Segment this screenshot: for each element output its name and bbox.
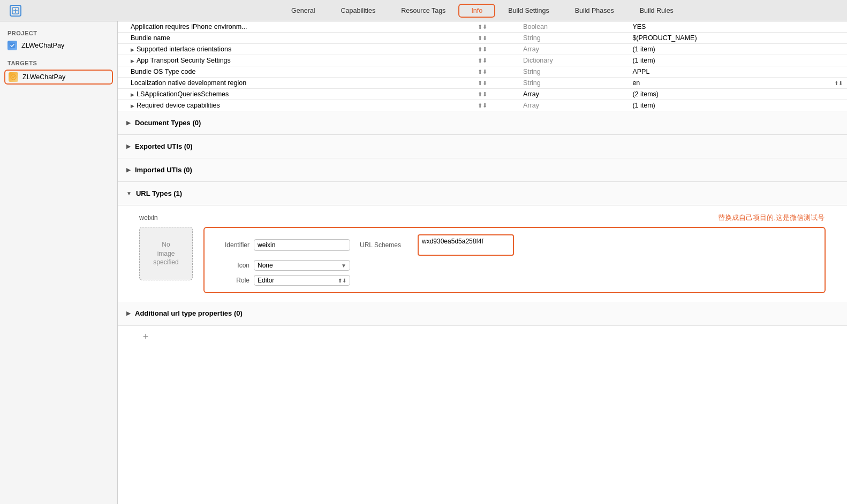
- target-icon: [9, 72, 18, 82]
- sidebar: PROJECT ZLWeChatPay TARGETS: [0, 21, 118, 504]
- tab-build-rules[interactable]: Build Rules: [627, 4, 686, 18]
- sort-control[interactable]: ⬆⬇: [446, 78, 519, 89]
- sidebar-target-label: ZLWeChatPay: [22, 73, 65, 81]
- type-cell: Array: [519, 44, 628, 55]
- sort-control[interactable]: ⬆⬇: [446, 33, 519, 44]
- disclosure-arrow[interactable]: ▶: [131, 92, 134, 97]
- table-row[interactable]: Application requires iPhone environm...⬆…: [118, 21, 847, 33]
- sort-control[interactable]: ⬆⬇: [446, 89, 519, 100]
- tab-info[interactable]: Info: [458, 4, 495, 18]
- document-types-label: Document Types (0): [135, 119, 201, 127]
- annotation-text: 替换成自己项目的,这是微信测试号: [718, 213, 825, 223]
- url-type-content: Noimagespecified 替换成自己项目的,这是微信测试号 Identi…: [139, 227, 826, 293]
- url-schemes-value[interactable]: wxd930ea5d5a258f4f: [418, 234, 514, 256]
- role-select-text: Editor: [258, 277, 338, 284]
- disclosure-arrow[interactable]: ▶: [131, 58, 134, 64]
- icon-label: Icon: [212, 262, 249, 269]
- table-row[interactable]: ▶ Required device capabilities⬆⬇Array(1 …: [118, 100, 847, 111]
- section-additional-url[interactable]: ▶ Additional url type properties (0): [118, 302, 847, 325]
- key-label: Application requires iPhone environm...: [131, 23, 247, 30]
- identifier-input[interactable]: [254, 239, 350, 251]
- add-btn-row: +: [118, 325, 847, 347]
- role-select[interactable]: Editor ⬆⬇: [254, 275, 350, 286]
- url-schemes-label: URL Schemes: [360, 241, 413, 249]
- exported-utis-label: Exported UTIs (0): [135, 142, 193, 150]
- no-image-text: Noimagespecified: [153, 240, 178, 267]
- type-cell: Dictionary: [519, 55, 628, 66]
- sidebar-item-project[interactable]: ZLWeChatPay: [0, 39, 117, 52]
- url-types-label: URL Types (1): [136, 189, 182, 197]
- project-icon: [7, 41, 17, 50]
- sort-control[interactable]: ⬆⬇: [446, 55, 519, 66]
- key-label: Bundle OS Type code: [131, 68, 195, 75]
- sort-control[interactable]: ⬆⬇: [446, 21, 519, 33]
- document-types-arrow: ▶: [126, 120, 131, 126]
- sort-control[interactable]: ⬆⬇: [446, 66, 519, 78]
- add-url-type-button[interactable]: +: [139, 330, 152, 343]
- type-cell: String: [519, 78, 628, 89]
- tab-build-phases[interactable]: Build Phases: [562, 4, 627, 18]
- main-layout: PROJECT ZLWeChatPay TARGETS: [0, 21, 847, 504]
- disclosure-arrow[interactable]: ▶: [131, 47, 134, 52]
- key-label: Bundle name: [131, 34, 170, 42]
- tab-build-settings[interactable]: Build Settings: [495, 4, 562, 18]
- value-cell: APPL: [628, 66, 847, 78]
- additional-url-arrow: ▶: [126, 310, 131, 316]
- table-row[interactable]: ▶ Supported interface orientations⬆⬇Arra…: [118, 44, 847, 55]
- tab-resource-tags[interactable]: Resource Tags: [388, 4, 458, 18]
- imported-utis-label: Imported UTIs (0): [135, 166, 192, 174]
- sidebar-project-header: PROJECT: [0, 28, 117, 39]
- tab-general[interactable]: General: [278, 4, 328, 18]
- type-cell: String: [519, 66, 628, 78]
- table-row[interactable]: ▶ LSApplicationQueriesSchemes⬆⬇Array(2 i…: [118, 89, 847, 100]
- url-type-form: 替换成自己项目的,这是微信测试号 Identifier URL Schemes …: [203, 227, 826, 293]
- key-label: App Transport Security Settings: [137, 57, 231, 64]
- key-label: Required device capabilities: [137, 102, 220, 109]
- additional-url-label: Additional url type properties (0): [135, 309, 243, 317]
- table-row[interactable]: Bundle name⬆⬇String$(PRODUCT_NAME): [118, 33, 847, 44]
- sidebar-targets-header: TARGETS: [0, 58, 117, 68]
- icon-select[interactable]: None ▼: [254, 260, 350, 271]
- identifier-row: Identifier URL Schemes wxd930ea5d5a258f4…: [212, 234, 817, 256]
- identifier-label: Identifier: [212, 241, 249, 249]
- tab-bar-left: [5, 5, 123, 17]
- sort-control[interactable]: ⬆⬇: [446, 100, 519, 111]
- key-label: Supported interface orientations: [137, 45, 231, 53]
- key-label: Localization native development region: [131, 79, 246, 87]
- key-label: LSApplicationQueriesSchemes: [137, 90, 229, 98]
- value-cell: YES: [628, 21, 847, 33]
- section-document-types[interactable]: ▶ Document Types (0): [118, 111, 847, 135]
- sort-control[interactable]: ⬆⬇: [446, 44, 519, 55]
- table-row[interactable]: Bundle OS Type code⬆⬇StringAPPL: [118, 66, 847, 78]
- role-row: Role Editor ⬆⬇: [212, 275, 817, 286]
- section-exported-utis[interactable]: ▶ Exported UTIs (0): [118, 135, 847, 158]
- icon-select-text: None: [258, 262, 341, 269]
- sidebar-item-target[interactable]: ZLWeChatPay: [4, 70, 113, 85]
- value-cell: (1 item): [628, 100, 847, 111]
- content-area: Application requires iPhone environm...⬆…: [118, 21, 847, 504]
- no-image-box: Noimagespecified: [139, 227, 193, 280]
- section-imported-utis[interactable]: ▶ Imported UTIs (0): [118, 158, 847, 182]
- icon-select-arrow: ▼: [341, 263, 346, 269]
- xcode-icon: [10, 5, 21, 17]
- url-type-entry: weixin Noimagespecified 替换成自己项目的,这是微信测试号…: [118, 205, 847, 302]
- value-cell: $(PRODUCT_NAME): [628, 33, 847, 44]
- type-cell: Array: [519, 89, 628, 100]
- info-table: Application requires iPhone environm...⬆…: [118, 21, 847, 111]
- value-cell: en⬆⬇: [628, 78, 847, 89]
- tab-capabilities[interactable]: Capabilities: [328, 4, 389, 18]
- table-row[interactable]: Localization native development region⬆⬇…: [118, 78, 847, 89]
- type-cell: String: [519, 33, 628, 44]
- disclosure-arrow[interactable]: ▶: [131, 103, 134, 109]
- imported-utis-arrow: ▶: [126, 167, 131, 173]
- table-row[interactable]: ▶ App Transport Security Settings⬆⬇Dicti…: [118, 55, 847, 66]
- section-url-types[interactable]: ▼ URL Types (1): [118, 182, 847, 205]
- url-types-arrow: ▼: [126, 190, 132, 196]
- icon-row: Icon None ▼: [212, 260, 817, 271]
- role-label: Role: [212, 277, 249, 284]
- exported-utis-arrow: ▶: [126, 143, 131, 149]
- tab-bar: General Capabilities Resource Tags Info …: [0, 0, 847, 21]
- type-cell: Array: [519, 100, 628, 111]
- tab-bar-tabs: General Capabilities Resource Tags Info …: [123, 4, 842, 18]
- value-cell: (1 item): [628, 55, 847, 66]
